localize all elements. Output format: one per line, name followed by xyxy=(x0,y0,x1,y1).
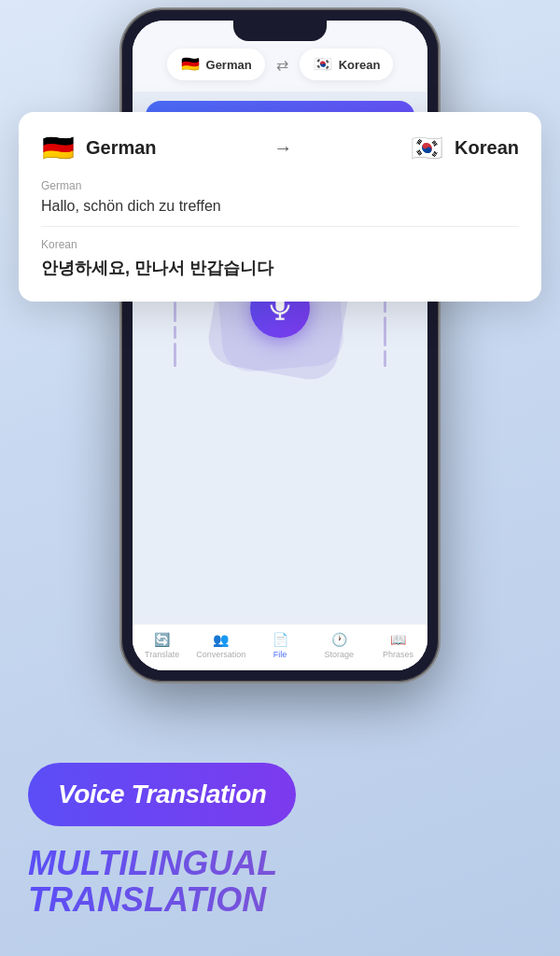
popup-german-text: Hallo, schön dich zu treffen xyxy=(41,198,519,215)
file-icon: 📄 xyxy=(273,632,288,647)
popup-lang-header: 🇩🇪 German → 🇰🇷 Korean xyxy=(41,131,519,164)
source-lang-pill[interactable]: 🇩🇪 German xyxy=(167,49,265,80)
translate-label: Translate xyxy=(145,650,179,659)
storage-label: Storage xyxy=(324,650,354,659)
translate-icon: 🔄 xyxy=(154,632,170,647)
phrases-label: Phrases xyxy=(383,650,413,659)
bottom-nav: 🔄 Translate 👥 Conversation 📄 File 🕐 Stor… xyxy=(133,624,427,670)
multilingual-line2: TRANSLATION xyxy=(28,881,532,919)
phone-frame: 🇩🇪 German ⇄ 🇰🇷 Korean 久しぶり！お元気ですか H... xyxy=(121,9,439,682)
multilingual-line1: MULTILINGUAL xyxy=(28,845,532,882)
korean-flag: 🇰🇷 xyxy=(313,54,333,75)
voice-pill-text: Voice Translation xyxy=(58,780,266,808)
nav-item-storage[interactable]: 🕐 Storage xyxy=(310,632,369,659)
popup-target-lang: Korean xyxy=(455,137,519,159)
target-lang-pill[interactable]: 🇰🇷 Korean xyxy=(300,49,394,80)
nav-item-conversation[interactable]: 👥 Conversation xyxy=(191,632,250,659)
translation-popup: 🇩🇪 German → 🇰🇷 Korean German Hallo, schö… xyxy=(19,112,541,302)
phone-notch xyxy=(233,21,327,41)
popup-divider xyxy=(41,226,519,227)
phrases-icon: 📖 xyxy=(390,632,406,647)
popup-korean-text: 안녕하세요, 만나서 반갑습니다 xyxy=(41,257,519,279)
storage-icon: 🕐 xyxy=(331,632,347,647)
voice-pill: Voice Translation xyxy=(28,763,296,826)
file-label: File xyxy=(273,650,287,659)
popup-target-label: Korean xyxy=(41,238,519,251)
source-lang-label: German xyxy=(206,58,252,72)
popup-arrow-icon: → xyxy=(168,137,399,159)
multilingual-text: MULTILINGUAL TRANSLATION xyxy=(28,845,532,919)
nav-item-file[interactable]: 📄 File xyxy=(250,632,309,659)
popup-source-lang: German xyxy=(86,137,157,159)
popup-source-label: German xyxy=(41,179,519,192)
conversation-icon: 👥 xyxy=(213,632,229,647)
nav-item-translate[interactable]: 🔄 Translate xyxy=(133,632,191,659)
popup-german-flag: 🇩🇪 xyxy=(41,131,75,164)
bottom-section: Voice Translation MULTILINGUAL TRANSLATI… xyxy=(0,735,560,956)
phone-wrapper: 🇩🇪 German ⇄ 🇰🇷 Korean 久しぶり！お元気ですか H... xyxy=(121,9,439,682)
swap-icon[interactable]: ⇄ xyxy=(276,56,288,74)
nav-item-phrases[interactable]: 📖 Phrases xyxy=(369,632,427,659)
popup-korean-flag: 🇰🇷 xyxy=(410,131,443,164)
german-flag: 🇩🇪 xyxy=(180,54,201,75)
conversation-label: Conversation xyxy=(196,650,245,659)
target-lang-label: Korean xyxy=(339,58,381,72)
